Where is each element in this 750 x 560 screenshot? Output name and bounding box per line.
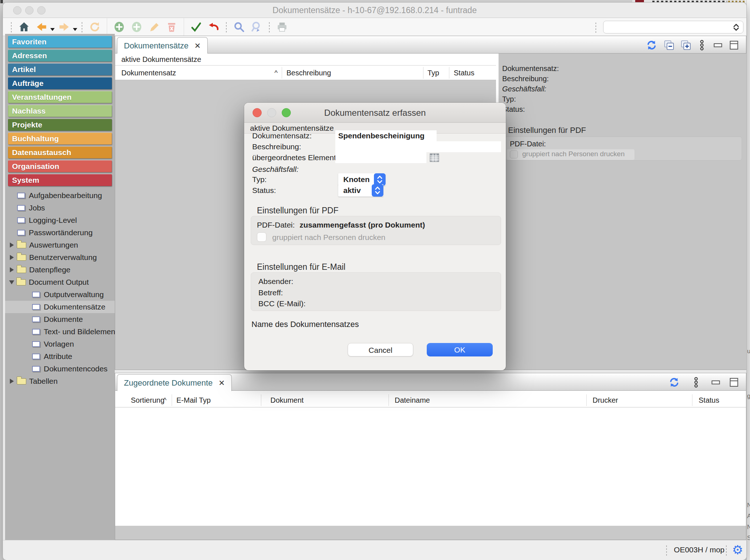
column-header-beschreibung[interactable]: Beschreibung bbox=[286, 66, 331, 80]
dialog-minimize-traffic-light[interactable] bbox=[267, 108, 276, 117]
column-divider[interactable] bbox=[586, 394, 587, 406]
expand-arrow-icon[interactable] bbox=[10, 267, 14, 272]
tree-item-passwortaenderung[interactable]: Passwortänderung bbox=[5, 226, 115, 239]
back-icon[interactable] bbox=[35, 20, 48, 34]
panel-refresh-icon[interactable] bbox=[645, 38, 659, 52]
sidebar-item-system[interactable]: System bbox=[8, 174, 112, 186]
tree-item-benutzerverwaltung[interactable]: Benutzerverwaltung bbox=[5, 251, 115, 264]
panel-maximize-icon[interactable] bbox=[727, 38, 741, 52]
forward-history-caret[interactable] bbox=[73, 28, 77, 31]
panel-menu-kebab-icon[interactable] bbox=[689, 375, 703, 389]
group-by-person-checkbox[interactable] bbox=[257, 232, 266, 242]
tree-item-attribute[interactable]: Attribute bbox=[5, 350, 115, 363]
ok-button[interactable]: OK bbox=[427, 343, 493, 356]
tree-item-dokumentencodes[interactable]: Dokumentencodes bbox=[5, 363, 115, 375]
tree-item-auswertungen[interactable]: Auswertungen bbox=[5, 239, 115, 251]
column-divider[interactable] bbox=[692, 394, 692, 406]
sidebar-item-favoriten[interactable]: Favoriten bbox=[8, 36, 112, 48]
back-history-caret[interactable] bbox=[50, 28, 55, 31]
print-icon[interactable] bbox=[275, 20, 289, 34]
home-icon[interactable] bbox=[17, 20, 31, 34]
dialog-zoom-traffic-light[interactable] bbox=[282, 108, 291, 117]
column-header-dokumentensatz[interactable]: Dokumentensatz bbox=[121, 66, 176, 80]
collapse-arrow-icon[interactable] bbox=[9, 280, 14, 284]
tab-close-icon[interactable]: ✕ bbox=[194, 42, 201, 50]
column-header-status[interactable]: Status bbox=[454, 66, 474, 80]
tree-item-document-output[interactable]: Document Output bbox=[5, 276, 115, 288]
dialog-close-traffic-light[interactable] bbox=[253, 108, 262, 117]
tab-close-icon[interactable]: ✕ bbox=[218, 379, 225, 387]
expand-all-icon[interactable] bbox=[679, 38, 693, 52]
tree-item-dokumente[interactable]: Dokumente bbox=[5, 313, 115, 326]
sidebar-item-auftraege[interactable]: Aufträge bbox=[8, 77, 112, 89]
quick-search-combobox[interactable] bbox=[603, 21, 743, 33]
panel-maximize-icon[interactable] bbox=[727, 375, 741, 389]
column-header-typ[interactable]: Typ bbox=[427, 66, 439, 80]
tree-item-jobs[interactable]: Jobs bbox=[5, 202, 115, 214]
tree-item-dokumentensaetze-selected[interactable]: Dokumentensätze bbox=[5, 301, 115, 313]
sidebar-item-artikel[interactable]: Artikel bbox=[8, 63, 112, 75]
sidebar-item-nachlass[interactable]: Nachlass bbox=[8, 105, 112, 117]
panel-minimize-icon[interactable] bbox=[711, 38, 725, 52]
expand-arrow-icon[interactable] bbox=[10, 379, 14, 384]
sidebar-item-datenaustausch[interactable]: Datenaustausch bbox=[8, 146, 112, 158]
column-header-email-typ[interactable]: E-Mail Typ bbox=[176, 393, 211, 407]
tree-item-datenpflege[interactable]: Datenpflege bbox=[5, 264, 115, 276]
confirm-check-icon[interactable] bbox=[189, 20, 203, 34]
uebergeordnetes-element-input[interactable] bbox=[335, 152, 426, 163]
add-secondary-icon[interactable] bbox=[130, 20, 144, 34]
assigned-documents-table-body-empty[interactable] bbox=[115, 407, 746, 525]
element-picker-grid-icon[interactable] bbox=[428, 152, 441, 163]
panel-menu-kebab-icon[interactable] bbox=[695, 38, 709, 52]
tab-dokumentensaetze[interactable]: Dokumentensätze ✕ bbox=[117, 37, 208, 54]
refresh-icon[interactable] bbox=[88, 20, 102, 34]
column-header-status[interactable]: Status bbox=[699, 393, 719, 407]
column-header-dateiname[interactable]: Dateiname bbox=[395, 393, 430, 407]
delete-trash-icon[interactable] bbox=[165, 20, 179, 34]
toolbar-drag-handle[interactable] bbox=[11, 21, 12, 32]
tree-item-aufgabenbearbeitung[interactable]: Aufgabenbearbeitung bbox=[5, 189, 115, 202]
tab-zugeordnete-dokumente[interactable]: Zugeordnete Dokumente ✕ bbox=[117, 374, 232, 391]
column-header-dokument[interactable]: Dokument bbox=[270, 393, 304, 407]
edit-pencil-icon[interactable] bbox=[147, 20, 161, 34]
group-by-person-checkbox[interactable] bbox=[510, 150, 518, 158]
dropdown-stepper-icon[interactable] bbox=[372, 184, 383, 197]
sidebar-item-projekte[interactable]: Projekte bbox=[8, 119, 112, 131]
search-secondary-icon[interactable] bbox=[250, 20, 263, 34]
dokumentensatz-input[interactable]: Spendenbescheinigung bbox=[335, 130, 437, 141]
settings-gear-icon[interactable]: ⚙ bbox=[730, 543, 745, 557]
column-divider[interactable] bbox=[388, 394, 389, 406]
search-icon[interactable] bbox=[232, 20, 246, 34]
tree-item-text-und-bildelemente[interactable]: Text- und Bildelemente bbox=[5, 326, 115, 338]
sidebar-item-organisation[interactable]: Organisation bbox=[8, 160, 112, 172]
tree-item-vorlagen[interactable]: Vorlagen bbox=[5, 338, 115, 350]
expand-arrow-icon[interactable] bbox=[10, 242, 14, 248]
minimize-traffic-light[interactable] bbox=[25, 6, 34, 15]
column-divider[interactable] bbox=[282, 67, 282, 79]
zoom-traffic-light[interactable] bbox=[37, 6, 46, 15]
expand-arrow-icon[interactable] bbox=[10, 255, 14, 260]
panel-refresh-icon[interactable] bbox=[667, 375, 681, 389]
tree-item-outputverwaltung[interactable]: Outputverwaltung bbox=[5, 288, 115, 301]
cancel-button[interactable]: Cancel bbox=[348, 343, 413, 356]
sidebar-item-veranstaltungen[interactable]: Veranstaltungen bbox=[8, 91, 112, 103]
dropdown-stepper-icon[interactable] bbox=[374, 173, 386, 186]
column-divider[interactable] bbox=[172, 394, 172, 406]
tree-item-tabellen[interactable]: Tabellen bbox=[5, 375, 115, 387]
typ-dropdown[interactable]: Knoten bbox=[338, 173, 386, 186]
column-divider[interactable] bbox=[423, 67, 423, 79]
beschreibung-input[interactable] bbox=[335, 141, 501, 152]
undo-icon[interactable] bbox=[207, 20, 220, 34]
panel-minimize-icon[interactable] bbox=[709, 375, 723, 389]
column-divider[interactable] bbox=[261, 394, 261, 406]
tree-item-logging-level[interactable]: Logging-Level bbox=[5, 214, 115, 226]
status-dropdown[interactable]: aktiv bbox=[338, 184, 383, 197]
close-traffic-light[interactable] bbox=[13, 6, 22, 15]
collapse-all-icon[interactable] bbox=[662, 38, 676, 52]
add-icon[interactable] bbox=[112, 20, 126, 34]
forward-icon[interactable] bbox=[57, 20, 71, 34]
column-header-sortierung[interactable]: Sortierung bbox=[131, 393, 164, 407]
column-header-drucker[interactable]: Drucker bbox=[593, 393, 618, 407]
column-divider[interactable] bbox=[449, 67, 449, 79]
sidebar-item-adressen[interactable]: Adressen bbox=[8, 50, 112, 62]
